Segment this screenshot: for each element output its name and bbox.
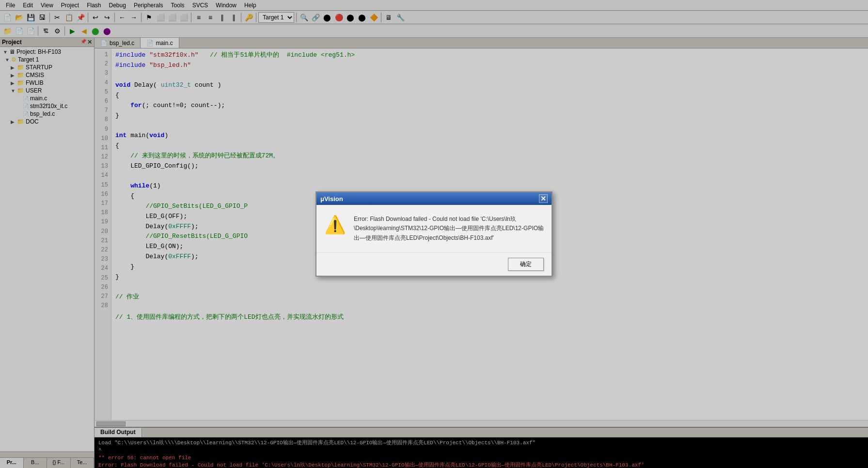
modal-body: ⚠️ Error: Flash Download failed - Could … (316, 205, 552, 252)
modal-title: μVision (320, 195, 343, 203)
modal-footer: 确定 (316, 252, 552, 276)
modal-dialog: μVision ✕ ⚠️ Error: Flash Download faile… (316, 191, 552, 277)
modal-message-line2: \Desktop\learning\STM32\12-GPIO输出—使用固件库点… (354, 225, 544, 232)
modal-titlebar: μVision ✕ (316, 192, 552, 205)
modal-message: Error: Flash Download failed - Could not… (354, 215, 544, 243)
modal-close-btn[interactable]: ✕ (539, 194, 548, 203)
warning-icon: ⚠️ (324, 215, 346, 235)
modal-ok-button[interactable]: 确定 (508, 258, 544, 271)
modal-overlay: μVision ✕ ⚠️ Error: Flash Download faile… (0, 0, 868, 468)
modal-message-line3: 出—使用固件库点亮LED\Project\Objects\BH-F103.axf… (354, 234, 494, 241)
modal-message-line1: Error: Flash Download failed - Could not… (354, 216, 516, 222)
